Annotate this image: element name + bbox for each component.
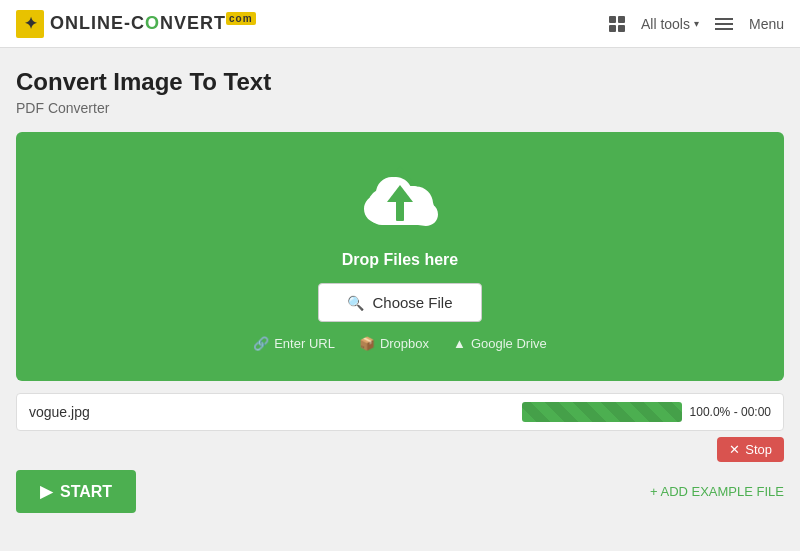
link-icon: 🔗 [253, 336, 269, 351]
nav-right: All tools ▾ Menu [609, 16, 784, 32]
stop-button[interactable]: ✕ Stop [717, 437, 784, 462]
hamburger-icon[interactable] [715, 18, 733, 30]
start-button[interactable]: ▶ START [16, 470, 136, 513]
file-progress-area: 100.0% - 00:00 [522, 402, 771, 422]
dropzone[interactable]: Drop Files here 🔍 Choose File 🔗 Enter UR… [16, 132, 784, 381]
x-icon: ✕ [729, 442, 740, 457]
choose-file-button[interactable]: 🔍 Choose File [318, 283, 481, 322]
grid-icon [609, 16, 625, 32]
enter-url-option[interactable]: 🔗 Enter URL [253, 336, 335, 351]
main-content: Convert Image To Text PDF Converter Drop… [0, 48, 800, 533]
dropbox-icon: 📦 [359, 336, 375, 351]
upload-cloud-icon [360, 171, 440, 241]
google-drive-option[interactable]: ▲ Google Drive [453, 336, 547, 351]
header: ✦ ONLINE-CONVERTcom All tools ▾ Menu [0, 0, 800, 48]
add-example-file-link[interactable]: + ADD EXAMPLE FILE [650, 484, 784, 499]
progress-bar-fill [522, 402, 682, 422]
menu-label[interactable]: Menu [749, 16, 784, 32]
play-icon: ▶ [40, 482, 52, 501]
file-name: vogue.jpg [29, 404, 90, 420]
svg-rect-6 [396, 199, 404, 221]
stop-row: ✕ Stop [16, 437, 784, 462]
alt-options: 🔗 Enter URL 📦 Dropbox ▲ Google Drive [253, 336, 547, 351]
progress-bar [522, 402, 682, 422]
google-drive-icon: ▲ [453, 336, 466, 351]
all-tools-button[interactable]: All tools ▾ [641, 16, 699, 32]
dropbox-option[interactable]: 📦 Dropbox [359, 336, 429, 351]
drop-files-text: Drop Files here [342, 251, 458, 269]
logo-text: ONLINE-CONVERTcom [50, 13, 256, 34]
logo-area: ✦ ONLINE-CONVERTcom [16, 10, 256, 38]
logo-icon: ✦ [16, 10, 44, 38]
file-row: vogue.jpg 100.0% - 00:00 [16, 393, 784, 431]
bottom-row: ▶ START + ADD EXAMPLE FILE [16, 470, 784, 513]
progress-text: 100.0% - 00:00 [690, 405, 771, 419]
chevron-down-icon: ▾ [694, 18, 699, 29]
logo-com: com [226, 12, 256, 25]
page-title: Convert Image To Text [16, 68, 784, 96]
search-icon: 🔍 [347, 295, 364, 311]
page-subtitle: PDF Converter [16, 100, 784, 116]
